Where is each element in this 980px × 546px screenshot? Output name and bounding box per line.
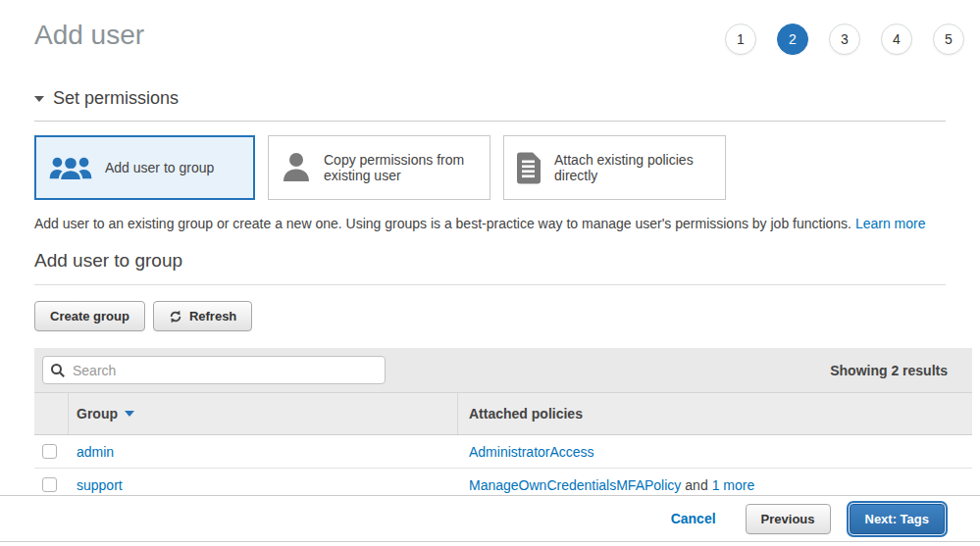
section-description: Add user to an existing group or create …: [34, 216, 946, 231]
row-checkbox[interactable]: [42, 444, 57, 459]
document-icon: [516, 152, 542, 184]
group-link[interactable]: support: [77, 477, 123, 493]
table-row: admin AdministratorAccess: [34, 435, 972, 469]
more-policies-link[interactable]: 1 more: [712, 477, 755, 493]
group-cell: admin: [69, 435, 458, 468]
attached-policies-column-label: Attached policies: [469, 406, 583, 422]
step-4[interactable]: 4: [881, 24, 912, 55]
top-bar: Add user 1 2 3 4 5: [0, 0, 980, 55]
results-count: Showing 2 results: [830, 363, 948, 378]
option-attach-policies[interactable]: Attach existing policies directly: [503, 135, 726, 200]
option-label: Add user to group: [105, 160, 214, 175]
option-copy-permissions[interactable]: Copy permissions from existing user: [268, 135, 490, 200]
step-5[interactable]: 5: [933, 24, 964, 55]
table-header-row: Group Attached policies: [34, 393, 972, 435]
create-group-button[interactable]: Create group: [34, 301, 145, 331]
page-title: Add user: [34, 20, 144, 51]
add-user-to-group-title: Add user to group: [34, 250, 946, 285]
policy-link[interactable]: ManageOwnCredentialsMFAPolicy: [469, 477, 681, 493]
previous-button[interactable]: Previous: [746, 504, 831, 534]
group-column-label: Group: [77, 406, 118, 422]
column-header-attached-policies: Attached policies: [458, 393, 972, 434]
learn-more-link[interactable]: Learn more: [855, 216, 926, 231]
cancel-button[interactable]: Cancel: [671, 511, 716, 526]
description-text: Add user to an existing group or create …: [34, 216, 851, 231]
option-label: Copy permissions from existing user: [324, 152, 478, 183]
next-tags-button[interactable]: Next: Tags: [850, 504, 946, 534]
option-label: Attach existing policies directly: [554, 152, 713, 183]
user-group-icon: [48, 153, 93, 183]
row-checkbox-cell: [34, 435, 69, 468]
set-permissions-header[interactable]: Set permissions: [34, 88, 946, 122]
wizard-footer: Cancel Previous Next: Tags: [0, 495, 980, 542]
collapse-icon: [34, 96, 44, 102]
step-1[interactable]: 1: [725, 24, 756, 55]
refresh-button[interactable]: Refresh: [153, 301, 252, 331]
policies-cell: AdministratorAccess: [458, 435, 972, 468]
search-input[interactable]: [42, 356, 386, 384]
step-3[interactable]: 3: [829, 24, 860, 55]
table-toolbar: Showing 2 results: [34, 348, 972, 393]
step-2-active[interactable]: 2: [777, 24, 808, 55]
column-header-group[interactable]: Group: [69, 393, 458, 434]
group-link[interactable]: admin: [77, 444, 114, 460]
refresh-icon: [169, 310, 182, 323]
user-icon: [281, 151, 312, 184]
sort-descending-icon: [125, 411, 134, 417]
groups-table: Showing 2 results Group Attached policie…: [34, 348, 972, 502]
refresh-label: Refresh: [189, 309, 236, 323]
set-permissions-title: Set permissions: [53, 88, 179, 109]
permission-option-cards: Add user to group Copy permissions from …: [34, 135, 946, 200]
row-checkbox[interactable]: [42, 477, 57, 492]
policy-link[interactable]: AdministratorAccess: [469, 444, 594, 460]
wizard-steps: 1 2 3 4 5: [725, 24, 964, 55]
search-icon: [50, 363, 66, 382]
search-box: [42, 356, 386, 384]
option-add-user-to-group[interactable]: Add user to group: [34, 135, 255, 200]
header-checkbox-cell: [34, 393, 69, 434]
group-actions: Create group Refresh: [34, 301, 946, 331]
policy-suffix-text: and: [685, 477, 707, 493]
